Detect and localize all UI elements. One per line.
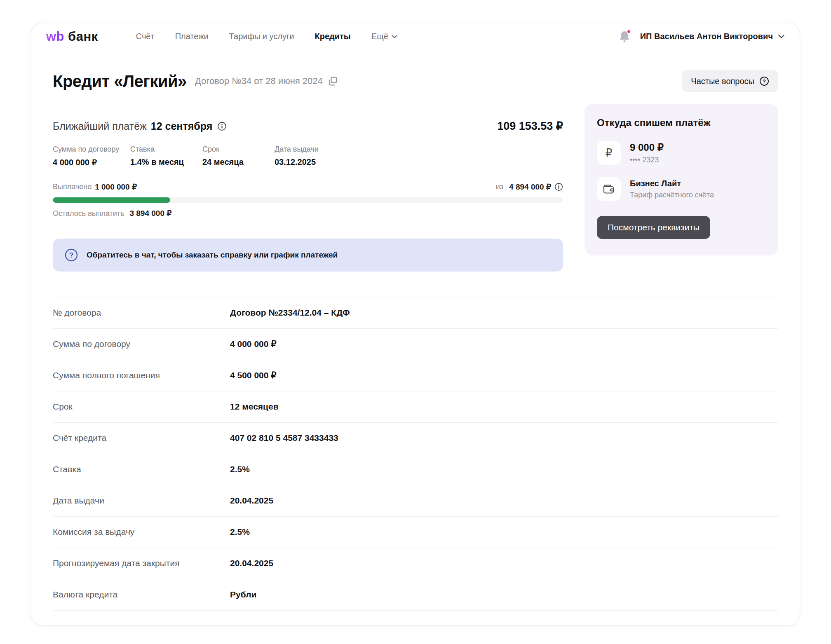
user-menu[interactable]: ИП Васильев Антон Викторович [640,32,785,41]
stat-term: Срок 24 месяца [202,145,275,167]
table-row-forecast-close-date: Прогнозируемая дата закрытия 20.04.2025 [53,548,778,579]
stat-value: 4 000 000 ₽ [53,157,130,167]
stat-label: Ставка [130,145,202,154]
table-row-term: Срок 12 месяцев [53,391,778,423]
tariff-row[interactable]: Бизнес Лайт Тариф расчётного счёта [597,177,766,201]
nav-more-label: Ещё [371,32,388,41]
total-value: 4 894 000 ₽ [509,182,551,192]
paid-label: Выплачено [53,183,92,191]
row-value: 407 02 810 5 4587 3433433 [230,433,338,443]
loan-details-table: № договора Договор №2334/12.04 – КДФ Сум… [53,297,778,611]
row-label: Валюта кредита [53,590,230,600]
logo-bank-text: банк [68,29,98,44]
next-payment-amount: 109 153.53 ₽ [497,119,563,133]
main-nav: Счёт Платежи Тарифы и услуги Кредиты Ещё [136,32,398,41]
faq-button[interactable]: Частые вопросы ? [682,70,778,92]
account-row[interactable]: ₽ 9 000 ₽ •••• 2323 [597,141,766,165]
row-label: Ставка [53,464,230,474]
view-requisites-button[interactable]: Посмотреть реквизиты [597,216,710,239]
user-name: ИП Васильев Антон Викторович [640,32,773,41]
paid-value: 1 000 000 ₽ [95,182,137,192]
info-icon[interactable] [217,122,227,131]
table-row-issue-date: Дата выдачи 20.04.2025 [53,485,778,517]
loan-stats-row: Сумма по договору 4 000 000 ₽ Ставка 1.4… [53,145,563,167]
row-label: Сумма полного погашения [53,370,230,380]
tariff-name: Бизнес Лайт [630,179,714,188]
header-right-group: ИП Васильев Антон Викторович [619,30,785,43]
stat-value: 1.4% в месяц [130,157,202,167]
row-value: 2.5% [230,464,250,474]
stat-label: Дата выдачи [275,145,319,154]
table-row-credit-account: Счёт кредита 407 02 810 5 4587 3433433 [53,423,778,454]
stat-value: 03.12.2025 [275,157,319,167]
info-icon[interactable] [554,183,563,191]
row-value: 4 000 000 ₽ [230,339,277,349]
remaining-label: Осталось выплатить [53,209,124,218]
row-value: 2.5% [230,527,250,537]
table-row-contract-sum: Сумма по договору 4 000 000 ₽ [53,329,778,360]
logo-wb-mark: wb [46,29,64,44]
account-mask: •••• 2323 [630,156,664,164]
row-value: Договор №2334/12.04 – КДФ [230,308,350,318]
wb-bank-logo[interactable]: wb банк [46,29,98,44]
chevron-down-icon [778,34,785,39]
stat-label: Срок [202,145,275,154]
table-row-issue-fee: Комиссия за выдачу 2.5% [53,517,778,548]
nav-item-credits[interactable]: Кредиты [315,32,351,41]
question-circle-icon: ? [759,76,769,86]
ruble-symbol: ₽ [606,147,613,159]
notification-dot [627,29,631,34]
next-payment-row: Ближайший платёж 12 сентября 109 153.53 … [53,119,563,133]
table-row-currency: Валюта кредита Рубли [53,579,778,611]
stat-label: Сумма по договору [53,145,130,154]
row-label: Дата выдачи [53,496,230,506]
copy-icon[interactable] [328,76,338,87]
nav-item-account[interactable]: Счёт [136,32,155,41]
chat-info-banner[interactable]: ? Обратитесь в чат, чтобы заказать справ… [53,239,563,272]
remaining-row: Осталось выплатить 3 894 000 ₽ [53,208,563,218]
payment-summary-column: Ближайший платёж 12 сентября 109 153.53 … [53,104,563,272]
progress-total-group: из 4 894 000 ₽ [496,182,563,192]
contract-subtitle: Договор №34 от 28 июня 2024 [195,76,323,87]
next-payment-label: Ближайший платёж [53,120,147,132]
row-label: № договора [53,308,230,318]
remaining-value: 3 894 000 ₽ [129,209,171,218]
table-row-full-repayment: Сумма полного погашения 4 500 000 ₽ [53,360,778,391]
nav-item-more[interactable]: Ещё [371,32,398,41]
row-label: Счёт кредита [53,433,230,443]
table-row-contract-number: № договора Договор №2334/12.04 – КДФ [53,297,778,329]
row-value: 12 месяцев [230,402,279,412]
ruble-icon: ₽ [597,141,621,165]
page-content: Кредит «Легкий» Договор №34 от 28 июня 2… [31,70,800,611]
row-value: 4 500 000 ₽ [230,370,277,380]
notifications-button[interactable] [619,30,631,43]
row-value: Рубли [230,590,256,600]
row-label: Срок [53,402,230,412]
stat-contract-sum: Сумма по договору 4 000 000 ₽ [53,145,130,167]
table-row-rate: Ставка 2.5% [53,454,778,485]
debit-card-title: Откуда спишем платёж [597,117,766,129]
progress-bar-track [53,197,563,203]
wallet-icon [597,177,621,201]
tariff-info: Бизнес Лайт Тариф расчётного счёта [630,179,714,199]
row-label: Комиссия за выдачу [53,527,230,537]
main-card: wb банк Счёт Платежи Тарифы и услуги Кре… [31,23,800,625]
account-balance: 9 000 ₽ [630,142,664,153]
tariff-desc: Тариф расчётного счёта [630,191,714,199]
faq-button-label: Частые вопросы [691,77,754,86]
nav-item-payments[interactable]: Платежи [175,32,209,41]
repayment-progress: Выплачено 1 000 000 ₽ из 4 894 000 ₽ [53,182,563,218]
next-payment-date: 12 сентября [151,120,212,132]
banner-text: Обратитесь в чат, чтобы заказать справку… [87,251,338,260]
svg-text:?: ? [69,251,73,259]
row-label: Прогнозируемая дата закрытия [53,558,230,568]
question-circle-icon: ? [64,248,78,262]
nav-item-tariffs[interactable]: Тарифы и услуги [229,32,294,41]
loan-summary-section: Ближайший платёж 12 сентября 109 153.53 … [53,104,778,272]
account-info: 9 000 ₽ •••• 2323 [630,142,664,164]
stat-issue-date: Дата выдачи 03.12.2025 [275,145,319,167]
title-row: Кредит «Легкий» Договор №34 от 28 июня 2… [53,70,778,92]
page-title: Кредит «Легкий» [53,72,187,91]
progress-labels-row: Выплачено 1 000 000 ₽ из 4 894 000 ₽ [53,182,563,192]
svg-text:?: ? [763,78,766,84]
